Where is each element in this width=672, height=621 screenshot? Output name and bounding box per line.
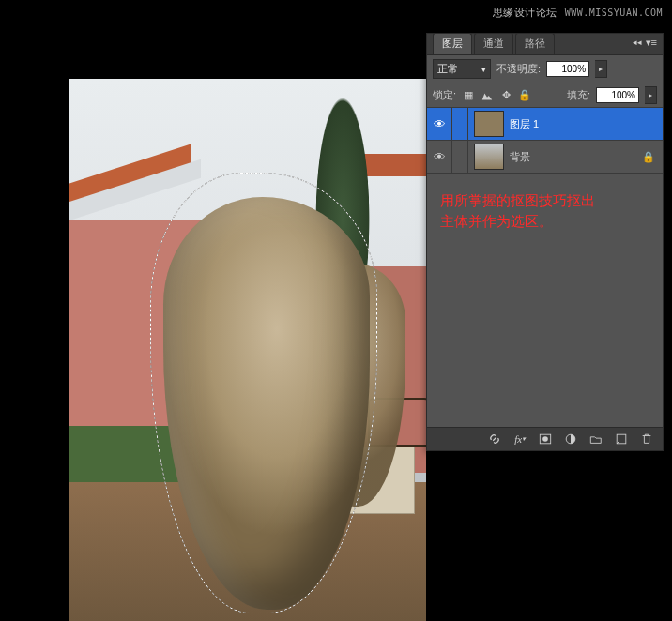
instruction-note: 用所掌握的抠图技巧抠出 主体并作为选区。 xyxy=(427,175,663,247)
lock-position-icon[interactable]: ✥ xyxy=(499,89,512,102)
layer-name[interactable]: 图层 1 xyxy=(510,117,539,131)
chevron-down-icon: ▾ xyxy=(481,65,486,74)
new-group-icon[interactable] xyxy=(588,432,604,447)
link-column[interactable] xyxy=(452,108,468,140)
panel-titlebar: 图层 通道 路径 ◂◂ ▾≡ xyxy=(427,34,663,55)
watermark: 思缘设计论坛 WWW.MISSYUAN.COM xyxy=(493,6,663,20)
opacity-flyout-icon[interactable]: ▸ xyxy=(595,60,607,78)
svg-point-1 xyxy=(542,436,548,442)
adjustment-layer-icon[interactable] xyxy=(562,432,579,447)
fx-icon[interactable]: fx▾ xyxy=(512,432,528,447)
watermark-url: WWW.MISSYUAN.COM xyxy=(565,8,663,18)
add-mask-icon[interactable] xyxy=(537,432,554,447)
layer-row[interactable]: 👁 背景 🔒 xyxy=(427,141,663,174)
lock-image-icon[interactable] xyxy=(481,89,494,102)
collapse-panel-icon[interactable]: ◂◂ xyxy=(633,38,642,47)
canvas-image[interactable] xyxy=(69,79,426,621)
app-stage: 思缘设计论坛 WWW.MISSYUAN.COM 图层 通道 路径 ◂◂ ▾≡ 正 xyxy=(0,0,672,621)
layer-name[interactable]: 背景 xyxy=(510,150,530,164)
panel-footer: fx▾ xyxy=(427,427,663,450)
layers-panel: 图层 通道 路径 ◂◂ ▾≡ 正常 ▾ 不透明度: ▸ 锁定: ▦ ✥ 🔒 填充… xyxy=(426,33,664,451)
tab-channels[interactable]: 通道 xyxy=(474,33,513,54)
layers-list: 👁 图层 1 👁 背景 🔒 xyxy=(427,108,663,175)
link-layers-icon[interactable] xyxy=(486,432,503,447)
lock-icon: 🔒 xyxy=(642,151,655,163)
panel-menu-icon[interactable]: ▾≡ xyxy=(646,37,657,49)
layer-thumbnail[interactable] xyxy=(474,111,504,137)
blend-mode-value: 正常 xyxy=(437,62,458,76)
lock-fill-row: 锁定: ▦ ✥ 🔒 填充: ▸ xyxy=(427,83,663,108)
visibility-eye-icon[interactable]: 👁 xyxy=(427,108,452,140)
lock-transparent-icon[interactable]: ▦ xyxy=(462,89,475,102)
opacity-label: 不透明度: xyxy=(496,62,541,76)
new-layer-icon[interactable] xyxy=(613,432,630,447)
instruction-line-2: 主体并作为选区。 xyxy=(440,211,649,232)
tab-layers[interactable]: 图层 xyxy=(433,33,472,54)
fill-label: 填充: xyxy=(567,88,590,102)
fill-flyout-icon[interactable]: ▸ xyxy=(645,86,657,104)
instruction-line-1: 用所掌握的抠图技巧抠出 xyxy=(440,190,649,211)
delete-layer-icon[interactable] xyxy=(638,432,655,447)
lock-label: 锁定: xyxy=(433,88,456,102)
link-column[interactable] xyxy=(452,141,468,173)
layer-thumbnail[interactable] xyxy=(474,144,504,170)
lock-all-icon[interactable]: 🔒 xyxy=(518,89,531,102)
fill-input[interactable] xyxy=(596,87,639,103)
blend-mode-select[interactable]: 正常 ▾ xyxy=(433,59,491,79)
watermark-text: 思缘设计论坛 xyxy=(493,6,557,20)
layer-row[interactable]: 👁 图层 1 xyxy=(427,108,663,141)
visibility-eye-icon[interactable]: 👁 xyxy=(427,141,452,173)
blend-opacity-row: 正常 ▾ 不透明度: ▸ xyxy=(427,55,663,83)
tab-paths[interactable]: 路径 xyxy=(515,33,555,54)
opacity-input[interactable] xyxy=(546,61,589,77)
